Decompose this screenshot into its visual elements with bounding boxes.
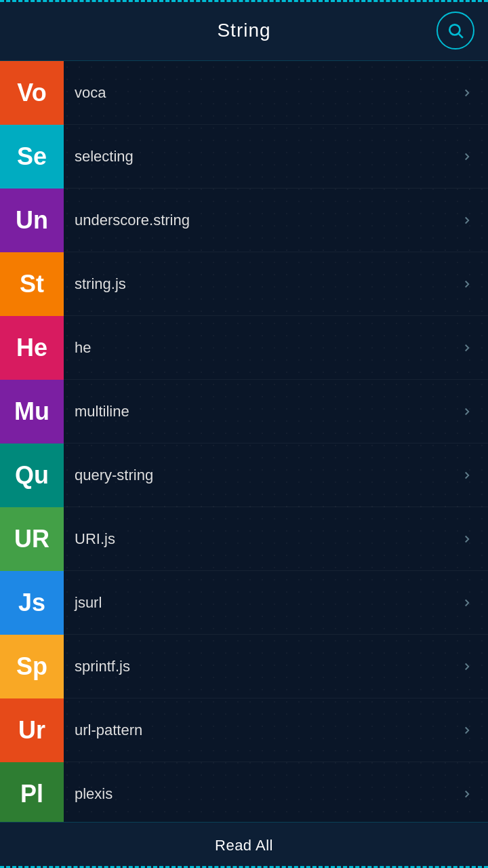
search-button[interactable] (436, 12, 474, 50)
item-avatar: Mu (0, 380, 64, 443)
list-item[interactable]: Sp sprintf.js (0, 635, 488, 698)
chevron-right-icon (457, 593, 477, 613)
item-name: string.js (64, 275, 457, 293)
list-item[interactable]: Ur url-pattern (0, 698, 488, 762)
item-avatar: Vo (0, 61, 64, 125)
app-header: String (0, 0, 488, 61)
item-name: jsurl (64, 594, 457, 612)
chevron-right-icon (457, 83, 477, 103)
item-name: url-pattern (64, 722, 457, 739)
read-all-button[interactable]: Read All (215, 837, 273, 854)
list-item[interactable]: Js jsurl (0, 571, 488, 635)
item-avatar: Ur (0, 698, 64, 762)
item-name: query-string (64, 467, 457, 484)
item-avatar: Sp (0, 635, 64, 698)
item-avatar: Pl (0, 762, 64, 826)
bottom-bar: Read All (0, 822, 488, 868)
item-avatar: Un (0, 189, 64, 252)
chevron-right-icon (457, 338, 477, 358)
item-avatar: Se (0, 125, 64, 189)
item-avatar: St (0, 252, 64, 316)
chevron-right-icon (457, 784, 477, 804)
chevron-right-icon (457, 656, 477, 677)
item-name: underscore.string (64, 212, 457, 229)
item-name: plexis (64, 785, 457, 803)
item-name: voca (64, 84, 457, 102)
item-name: sprintf.js (64, 658, 457, 675)
item-avatar: He (0, 316, 64, 380)
list-item[interactable]: Qu query-string (0, 443, 488, 507)
page-title: String (217, 20, 270, 41)
chevron-right-icon (457, 465, 477, 486)
chevron-right-icon (457, 401, 477, 422)
list-item[interactable]: Un underscore.string (0, 189, 488, 252)
list-container: Vo voca Se selecting Un underscore. (0, 61, 488, 826)
chevron-right-icon (457, 210, 477, 231)
list-item[interactable]: Vo voca (0, 61, 488, 125)
svg-point-0 (449, 24, 460, 35)
item-avatar: UR (0, 507, 64, 571)
item-avatar: Qu (0, 443, 64, 507)
item-name: URI.js (64, 530, 457, 548)
chevron-right-icon (457, 720, 477, 741)
item-name: selecting (64, 148, 457, 165)
item-name: multiline (64, 403, 457, 420)
item-avatar: Js (0, 571, 64, 635)
chevron-right-icon (457, 146, 477, 167)
list-item[interactable]: Pl plexis (0, 762, 488, 826)
list-item[interactable]: He he (0, 316, 488, 380)
item-name: he (64, 339, 457, 357)
chevron-right-icon (457, 274, 477, 294)
svg-line-1 (459, 33, 463, 37)
chevron-right-icon (457, 529, 477, 549)
list-item[interactable]: Mu multiline (0, 380, 488, 443)
list-item[interactable]: St string.js (0, 252, 488, 316)
list-item[interactable]: UR URI.js (0, 507, 488, 571)
list-item[interactable]: Se selecting (0, 125, 488, 189)
search-icon (447, 22, 464, 39)
